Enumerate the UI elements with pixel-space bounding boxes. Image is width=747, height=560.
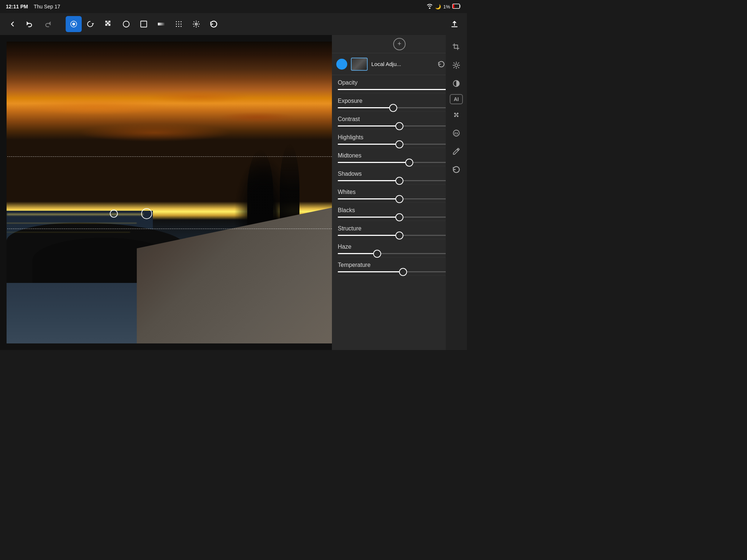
slider-row-structure: Structure0 (338, 221, 461, 239)
svg-point-32 (456, 114, 457, 116)
svg-point-28 (454, 113, 456, 114)
slider-label-haze: Haze (338, 244, 351, 250)
status-bar: 12:11 PM Thu Sep 17 🌙 1% (0, 0, 467, 13)
canvas-area[interactable] (0, 35, 332, 350)
slider-track-blacks[interactable] (338, 217, 461, 218)
crop-icon[interactable] (449, 39, 464, 55)
slider-track-shadows[interactable] (338, 180, 461, 181)
slider-track-exposure[interactable] (338, 107, 461, 108)
svg-rect-8 (107, 22, 109, 24)
slider-row-shadows: Shadows0 (338, 166, 461, 184)
slider-row-blacks: Blacks0 (338, 203, 461, 221)
slider-thumb-structure[interactable] (395, 232, 403, 240)
slider-row-contrast: Contrast0 (338, 112, 461, 130)
svg-point-29 (457, 113, 458, 114)
slider-thumb-whites[interactable] (395, 195, 403, 203)
slider-thumb-blacks[interactable] (395, 213, 403, 221)
light-icon[interactable] (449, 58, 464, 73)
fx-icon[interactable]: FX (449, 125, 464, 141)
svg-point-24 (181, 26, 182, 27)
selective-icon[interactable] (449, 107, 464, 122)
slider-track-temperature[interactable] (338, 271, 461, 272)
svg-point-30 (454, 115, 456, 117)
svg-rect-14 (141, 21, 147, 27)
top-toolbar (0, 13, 467, 35)
add-layer-button[interactable]: + (393, 38, 406, 50)
status-time: 12:11 PM (6, 4, 28, 9)
battery-percentage: 1% (443, 4, 450, 9)
square-tool[interactable] (136, 16, 152, 32)
slider-thumb-haze[interactable] (373, 250, 381, 258)
slider-track-highlights[interactable] (338, 144, 461, 145)
svg-rect-10 (105, 24, 107, 26)
dots-grid-tool[interactable] (171, 16, 187, 32)
svg-rect-1 (453, 4, 454, 8)
slider-thumb-exposure[interactable] (389, 104, 397, 112)
moon-icon: 🌙 (435, 4, 441, 9)
lasso-tool[interactable] (83, 16, 99, 32)
svg-rect-5 (107, 21, 109, 23)
color-icon[interactable] (449, 76, 464, 91)
slider-label-blacks: Blacks (338, 207, 355, 214)
svg-point-18 (181, 21, 182, 22)
svg-point-21 (181, 24, 182, 25)
svg-point-16 (176, 21, 177, 22)
svg-rect-12 (109, 24, 111, 26)
settings-tool[interactable] (188, 16, 204, 32)
brush-icon[interactable] (449, 144, 464, 159)
svg-point-13 (123, 21, 129, 27)
slider-row-temperature: Temperature11 (338, 257, 461, 276)
battery-icon (452, 4, 461, 10)
svg-rect-7 (105, 22, 107, 24)
slider-label-midtones: Midtones (338, 152, 361, 159)
svg-rect-15 (158, 23, 165, 25)
slider-track-whites[interactable] (338, 198, 461, 199)
select-dot-tool[interactable] (66, 16, 82, 32)
slider-label-whites: Whites (338, 189, 356, 195)
back-button[interactable] (4, 16, 20, 32)
slider-thumb-contrast[interactable] (395, 122, 403, 130)
slider-row-opacity: Opacity100 (338, 75, 461, 93)
slider-label-shadows: Shadows (338, 171, 362, 177)
photo-container (7, 42, 332, 343)
slider-track-contrast[interactable] (338, 125, 461, 127)
svg-rect-9 (109, 22, 111, 24)
slider-thumb-midtones[interactable] (405, 159, 413, 167)
svg-point-31 (457, 115, 458, 117)
ai-icon[interactable]: AI (450, 94, 463, 104)
slider-track-midtones[interactable] (338, 162, 461, 163)
layer-name: Local Adju... (371, 61, 432, 67)
slider-label-temperature: Temperature (338, 262, 371, 268)
linear-gradient-tool[interactable] (153, 16, 169, 32)
undo-button[interactable] (22, 16, 38, 32)
gradient-mask-tool[interactable] (101, 16, 117, 32)
circle-tool[interactable] (118, 16, 134, 32)
svg-point-26 (455, 64, 457, 66)
svg-point-23 (178, 26, 179, 27)
svg-point-2 (73, 23, 75, 25)
slider-track-haze[interactable] (338, 253, 461, 254)
icon-rail: AI FX (446, 35, 467, 350)
wifi-icon (426, 4, 433, 10)
slider-track-structure[interactable] (338, 235, 461, 236)
slider-row-highlights: Highlights0 (338, 130, 461, 148)
slider-thumb-shadows[interactable] (395, 177, 403, 185)
slider-track-opacity[interactable] (338, 89, 461, 90)
redo-button[interactable] (39, 16, 55, 32)
svg-point-17 (178, 21, 179, 22)
slider-thumb-temperature[interactable] (399, 268, 407, 276)
svg-rect-4 (105, 21, 107, 23)
layer-color-dot (336, 59, 347, 70)
svg-rect-6 (109, 21, 111, 23)
reset-small-icon[interactable] (449, 162, 464, 177)
upload-button[interactable] (446, 16, 462, 32)
slider-thumb-highlights[interactable] (395, 140, 403, 148)
status-day: Thu Sep 17 (34, 4, 60, 9)
slider-label-opacity: Opacity (338, 79, 357, 86)
slider-label-exposure: Exposure (338, 98, 363, 104)
svg-point-25 (195, 23, 197, 25)
reset-tool[interactable] (206, 16, 222, 32)
svg-point-19 (176, 24, 177, 25)
svg-rect-11 (107, 24, 109, 26)
svg-point-20 (178, 24, 179, 25)
